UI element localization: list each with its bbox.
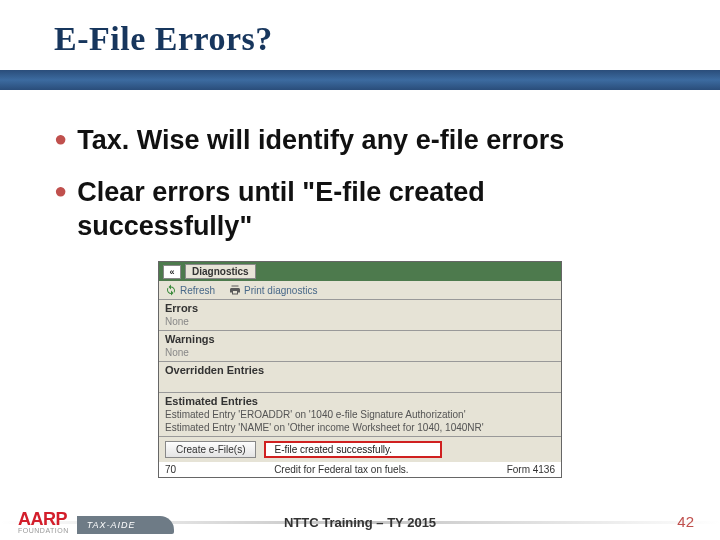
- title-block: E-File Errors?: [0, 0, 720, 58]
- success-message: E-file created successfully.: [264, 441, 442, 458]
- brand-block: AARP FOUNDATION TAX-AIDE: [18, 511, 174, 534]
- screenshot-toolbar: Refresh Print diagnostics: [159, 281, 561, 300]
- warnings-section: Warnings None: [159, 331, 561, 362]
- bullet-dot-icon: ●: [54, 124, 67, 154]
- overridden-section: Overridden Entries: [159, 362, 561, 393]
- footer: AARP FOUNDATION TAX-AIDE NTTC Training –…: [0, 504, 720, 540]
- warnings-heading: Warnings: [165, 333, 555, 345]
- bullet-dot-icon: ●: [54, 176, 67, 206]
- footer-text: NTTC Training – TY 2015: [284, 515, 436, 530]
- bullet-text: Tax. Wise will identify any e-file error…: [77, 124, 564, 158]
- errors-heading: Errors: [165, 302, 555, 314]
- nav-back-button[interactable]: «: [163, 265, 181, 279]
- title-bar: [0, 70, 720, 90]
- bullet-item: ● Clear errors until "E-file created suc…: [54, 176, 666, 244]
- slide-title: E-File Errors?: [54, 20, 720, 58]
- refresh-button[interactable]: Refresh: [165, 284, 215, 296]
- bullet-item: ● Tax. Wise will identify any e-file err…: [54, 124, 666, 158]
- bottom-strip: 70 Credit for Federal tax on fuels. Form…: [159, 462, 561, 477]
- estimated-line: Estimated Entry 'NAME' on 'Other income …: [165, 421, 555, 434]
- errors-value: None: [165, 315, 555, 328]
- estimated-line: Estimated Entry 'EROADDR' on '1040 e-fil…: [165, 408, 555, 421]
- page-number: 42: [677, 513, 694, 530]
- estimated-section: Estimated Entries Estimated Entry 'EROAD…: [159, 393, 561, 437]
- bottom-mid: Credit for Federal tax on fuels.: [274, 464, 409, 475]
- estimated-heading: Estimated Entries: [165, 395, 555, 407]
- print-label: Print diagnostics: [244, 285, 317, 296]
- aarp-sub: FOUNDATION: [18, 527, 69, 534]
- button-row: Create e-File(s) E-file created successf…: [159, 437, 561, 462]
- screenshot-topbar: « Diagnostics: [159, 262, 561, 281]
- create-efile-button[interactable]: Create e-File(s): [165, 441, 256, 458]
- diagnostics-tab[interactable]: Diagnostics: [185, 264, 256, 279]
- bullet-text: Clear errors until "E-file created succe…: [77, 176, 666, 244]
- aarp-block: AARP FOUNDATION: [18, 511, 69, 534]
- refresh-label: Refresh: [180, 285, 215, 296]
- overridden-heading: Overridden Entries: [165, 364, 555, 376]
- refresh-icon: [165, 284, 177, 296]
- overridden-blank: [165, 377, 555, 390]
- print-button[interactable]: Print diagnostics: [229, 284, 317, 296]
- aarp-logo: AARP: [18, 511, 69, 527]
- warnings-value: None: [165, 346, 555, 359]
- bottom-right: Form 4136: [507, 464, 555, 475]
- printer-icon: [229, 284, 241, 296]
- taxaide-pill: TAX-AIDE: [77, 516, 174, 534]
- content-area: ● Tax. Wise will identify any e-file err…: [0, 90, 720, 478]
- slide: E-File Errors? ● Tax. Wise will identify…: [0, 0, 720, 540]
- diagnostics-screenshot: « Diagnostics Refresh Print diagnostics …: [158, 261, 562, 478]
- errors-section: Errors None: [159, 300, 561, 331]
- bottom-left: 70: [165, 464, 176, 475]
